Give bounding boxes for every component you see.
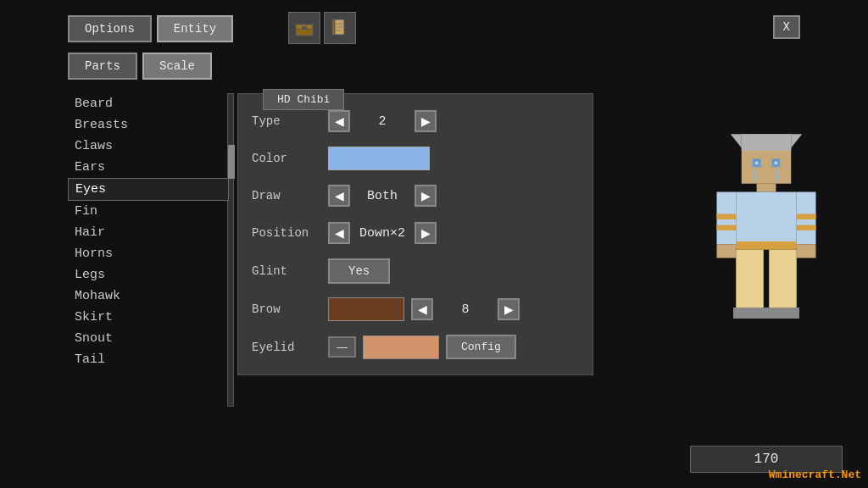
position-prev-button[interactable]: ◀ (328, 222, 350, 244)
glint-toggle-button[interactable]: Yes (328, 258, 390, 284)
type-value: 2 (357, 114, 408, 129)
svg-rect-9 (742, 134, 792, 151)
brow-color-swatch[interactable] (328, 297, 404, 321)
part-item-tail[interactable]: Tail (68, 349, 229, 370)
position-row: Position ◀ Down×2 ▶ (238, 214, 593, 252)
type-prev-button[interactable]: ◀ (328, 110, 350, 132)
svg-marker-13 (791, 134, 802, 147)
svg-rect-18 (769, 250, 797, 312)
position-label: Position (252, 226, 328, 240)
scroll-thumb[interactable] (228, 145, 235, 179)
top-tabs: Options Entity (68, 15, 233, 42)
close-button[interactable]: X (773, 15, 800, 39)
parts-tab[interactable]: Parts (68, 53, 137, 80)
position-control: ◀ Down×2 ▶ (328, 222, 579, 244)
brow-control: ◀ 8 ▶ (328, 297, 579, 321)
part-item-snout[interactable]: Snout (68, 328, 229, 349)
brow-label: Brow (252, 302, 328, 316)
part-item-beard[interactable]: Beard (68, 93, 229, 114)
svg-rect-25 (717, 214, 737, 220)
character-preview (690, 93, 843, 390)
draw-prev-button[interactable]: ◀ (328, 185, 350, 207)
svg-rect-24 (797, 244, 816, 258)
type-label: Type (252, 114, 328, 128)
part-item-ears[interactable]: Ears (68, 157, 229, 178)
draw-value: Both (357, 189, 408, 203)
second-tabs: Parts Scale (68, 53, 212, 80)
svg-rect-27 (797, 214, 816, 220)
parts-list: Beard Breasts Claws Ears Eyes Fin Hair H… (68, 93, 229, 370)
type-control: ◀ 2 ▶ (328, 110, 579, 132)
svg-rect-14 (757, 184, 776, 192)
brow-prev-button[interactable]: ◀ (411, 298, 433, 320)
type-next-button[interactable]: ▶ (415, 110, 437, 132)
svg-rect-16 (736, 241, 797, 250)
part-item-legs[interactable]: Legs (68, 264, 229, 286)
glint-row: Glint Yes (238, 252, 593, 291)
brow-next-button[interactable]: ▶ (498, 298, 520, 320)
scale-tab[interactable]: Scale (142, 53, 212, 80)
svg-rect-30 (775, 162, 777, 164)
part-item-skirt[interactable]: Skirt (68, 307, 229, 328)
svg-rect-15 (736, 192, 797, 247)
config-panel: Type ◀ 2 ▶ Color Draw ◀ Both ▶ Position … (237, 93, 593, 375)
item-icon-1[interactable] (288, 12, 320, 44)
entity-tab[interactable]: Entity (157, 15, 233, 42)
brow-row: Brow ◀ 8 ▶ (238, 291, 593, 328)
part-item-hair[interactable]: Hair (68, 222, 229, 243)
color-row: Color (238, 140, 593, 177)
eyelid-label: Eyelid (252, 341, 328, 354)
svg-rect-19 (733, 308, 766, 319)
config-button[interactable]: Config (446, 335, 516, 359)
watermark: Wminecraft.Net (769, 469, 861, 481)
mc-character-sprite (711, 123, 821, 360)
svg-rect-23 (717, 244, 737, 258)
item-icons-area (288, 12, 356, 44)
brow-value: 8 (440, 302, 491, 317)
svg-rect-4 (332, 19, 335, 35)
eyelid-control: — Config (328, 335, 579, 359)
item-icon-2[interactable] (324, 12, 356, 44)
eyelid-color-swatch[interactable] (363, 336, 439, 359)
svg-rect-32 (776, 170, 778, 181)
draw-row: Draw ◀ Both ▶ (238, 177, 593, 214)
svg-rect-28 (797, 225, 816, 231)
svg-rect-26 (717, 225, 737, 231)
part-item-fin[interactable]: Fin (68, 201, 229, 222)
part-item-eyes[interactable]: Eyes (68, 178, 229, 201)
options-tab[interactable]: Options (68, 15, 152, 42)
part-item-horns[interactable]: Horns (68, 243, 229, 264)
svg-rect-2 (302, 26, 307, 30)
color-control (328, 147, 579, 170)
draw-control: ◀ Both ▶ (328, 185, 579, 207)
hd-chibi-dropdown[interactable]: HD Chibi (263, 89, 344, 110)
part-item-mohawk[interactable]: Mohawk (68, 286, 229, 307)
eyelid-minus-button[interactable]: — (328, 336, 356, 358)
glint-label: Glint (252, 264, 328, 278)
position-value: Down×2 (357, 226, 408, 241)
glint-control: Yes (328, 258, 579, 284)
part-item-breasts[interactable]: Breasts (68, 114, 229, 136)
svg-rect-17 (736, 250, 764, 312)
part-item-claws[interactable]: Claws (68, 136, 229, 157)
svg-rect-29 (755, 162, 758, 164)
draw-next-button[interactable]: ▶ (415, 185, 437, 207)
draw-label: Draw (252, 189, 328, 202)
svg-rect-20 (766, 308, 799, 319)
eyelid-row: Eyelid — Config (238, 328, 593, 366)
position-next-button[interactable]: ▶ (415, 222, 437, 244)
svg-marker-12 (731, 134, 742, 147)
svg-rect-31 (754, 170, 756, 181)
color-label: Color (252, 152, 328, 165)
color-swatch[interactable] (328, 147, 430, 170)
